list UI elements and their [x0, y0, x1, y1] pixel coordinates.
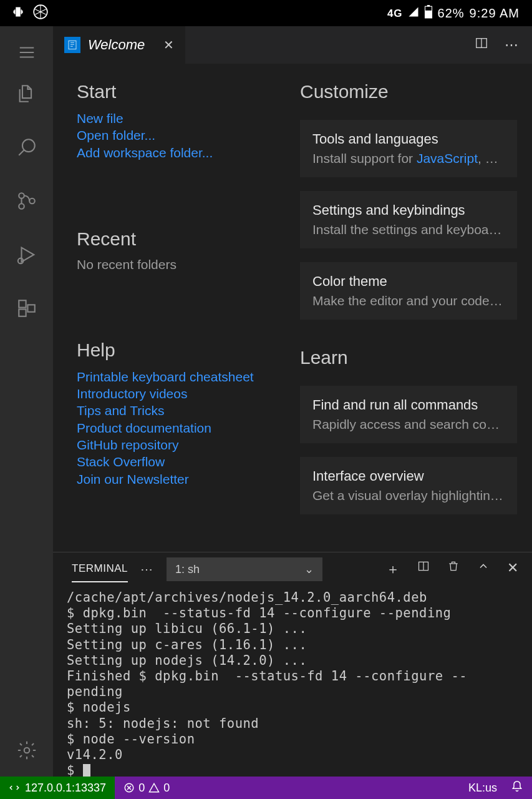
recent-empty: No recent folders: [77, 257, 276, 272]
card-title: Tools and languages: [312, 131, 505, 147]
vibrate-icon: [12, 6, 24, 21]
terminal-tab[interactable]: TERMINAL: [72, 556, 128, 582]
card-settings-keybindings[interactable]: Settings and keybindings Install the set…: [300, 191, 517, 248]
split-editor-icon[interactable]: [475, 36, 488, 54]
card-desc: Make the editor and your code loo…: [312, 293, 505, 308]
svg-point-6: [19, 203, 24, 209]
status-bar-bottom: 127.0.0.1:13337 0 0 KL:us: [0, 777, 532, 799]
network-label: 4G: [387, 8, 403, 19]
menu-icon[interactable]: [16, 41, 38, 64]
chevron-down-icon: ⌄: [304, 562, 314, 576]
help-heading: Help: [77, 340, 276, 361]
help-section: Help Printable keyboard cheatsheet Intro…: [77, 340, 276, 488]
svg-rect-11: [27, 305, 34, 311]
clock: 9:29 AM: [470, 6, 520, 21]
app-icon: [32, 4, 49, 23]
help-link-videos[interactable]: Introductory videos: [77, 385, 276, 402]
add-workspace-link[interactable]: Add workspace folder...: [77, 144, 276, 161]
open-folder-link[interactable]: Open folder...: [77, 127, 276, 144]
terminal-cursor: [83, 764, 90, 777]
battery-percent: 62%: [438, 6, 465, 21]
trash-icon[interactable]: [447, 560, 460, 579]
card-interface-overview[interactable]: Interface overview Get a visual overlay …: [300, 457, 517, 514]
card-title: Settings and keybindings: [312, 202, 505, 218]
card-title: Find and run all commands: [312, 397, 505, 413]
start-heading: Start: [77, 81, 276, 102]
recent-heading: Recent: [77, 228, 276, 250]
remote-host-button[interactable]: 127.0.0.1:13337: [0, 777, 115, 799]
help-link-cheatsheet[interactable]: Printable keyboard cheatsheet: [77, 368, 276, 385]
card-desc: Install support for JavaScript, Pyt…: [312, 151, 505, 166]
card-desc: Install the settings and keyboard s…: [312, 222, 505, 237]
card-desc: Rapidly access and search comm…: [312, 417, 505, 432]
debug-icon[interactable]: [16, 243, 38, 266]
svg-point-5: [19, 193, 24, 199]
bell-icon[interactable]: [511, 780, 523, 796]
help-link-newsletter[interactable]: Join our Newsletter: [77, 471, 276, 488]
recent-section: Recent No recent folders: [77, 228, 276, 272]
explorer-icon[interactable]: [16, 82, 38, 105]
activity-bar: [0, 26, 53, 777]
terminal-shell-select[interactable]: 1: sh ⌄: [167, 557, 322, 581]
svg-rect-10: [19, 309, 26, 316]
android-status-bar: 4G 62% 9:29 AM: [0, 0, 532, 26]
card-title: Color theme: [312, 273, 505, 290]
svg-point-7: [29, 199, 35, 204]
tab-title: Welcome: [88, 37, 145, 53]
customize-heading: Customize: [300, 81, 517, 102]
svg-point-12: [24, 748, 29, 753]
svg-rect-9: [19, 300, 26, 307]
keyboard-layout[interactable]: KL:us: [468, 782, 497, 795]
terminal-panel: TERMINAL ⋯ 1: sh ⌄ ＋: [53, 552, 532, 777]
svg-rect-2: [427, 5, 429, 6]
source-control-icon[interactable]: [16, 190, 38, 212]
welcome-tab-icon: [64, 37, 80, 53]
signal-icon: [408, 6, 419, 21]
extensions-icon[interactable]: [16, 297, 38, 320]
javascript-link[interactable]: JavaScript: [417, 151, 478, 165]
terminal-output[interactable]: /cache/apt/archives/nodejs_14.2.0_aarch6…: [53, 586, 532, 777]
svg-point-4: [22, 139, 34, 152]
battery-icon: [424, 5, 433, 22]
tab-welcome[interactable]: Welcome ✕: [53, 26, 185, 64]
more-actions-icon[interactable]: ⋯: [505, 37, 518, 53]
settings-gear-icon[interactable]: [16, 739, 38, 762]
problems-button[interactable]: 0 0: [123, 782, 170, 795]
help-link-docs[interactable]: Product documentation: [77, 419, 276, 436]
card-color-theme[interactable]: Color theme Make the editor and your cod…: [300, 262, 517, 320]
card-find-commands[interactable]: Find and run all commands Rapidly access…: [300, 386, 517, 443]
split-terminal-icon[interactable]: [417, 560, 430, 579]
start-section: Start New file Open folder... Add worksp…: [77, 81, 276, 161]
tab-bar: Welcome ✕ ⋯: [53, 26, 532, 64]
maximize-panel-icon[interactable]: [477, 560, 490, 579]
card-tools-languages[interactable]: Tools and languages Install support for …: [300, 120, 517, 177]
svg-rect-3: [425, 10, 432, 17]
close-icon[interactable]: ✕: [163, 37, 174, 52]
card-desc: Get a visual overlay highlighting th…: [312, 488, 505, 503]
terminal-more-icon[interactable]: ⋯: [140, 562, 154, 577]
help-link-tips[interactable]: Tips and Tricks: [77, 402, 276, 419]
search-icon[interactable]: [16, 136, 38, 159]
card-title: Interface overview: [312, 468, 505, 484]
svg-rect-13: [69, 41, 76, 49]
learn-heading: Learn: [300, 347, 517, 368]
new-file-link[interactable]: New file: [77, 110, 276, 127]
new-terminal-icon[interactable]: ＋: [386, 560, 400, 579]
help-link-stackoverflow[interactable]: Stack Overflow: [77, 453, 276, 470]
help-link-github[interactable]: GitHub repository: [77, 436, 276, 453]
close-panel-icon[interactable]: ✕: [507, 560, 518, 579]
